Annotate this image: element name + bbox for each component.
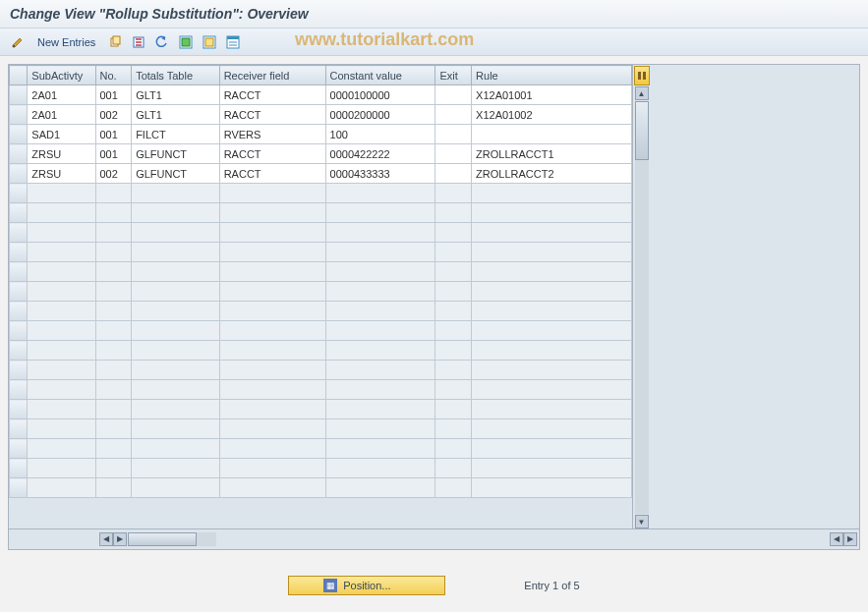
cell-con[interactable]: 0000100000: [325, 85, 435, 105]
cell-exit[interactable]: [435, 85, 472, 105]
table-row-empty[interactable]: [10, 302, 632, 321]
table-row-empty[interactable]: [10, 262, 632, 282]
scroll-down-icon[interactable]: ▼: [635, 515, 649, 529]
cell-no[interactable]: 001: [95, 125, 132, 144]
table-row-empty[interactable]: [10, 203, 632, 223]
cell-tot[interactable]: FILCT: [132, 125, 220, 144]
col-subactivity[interactable]: SubActivty: [28, 66, 95, 85]
scroll-right2-icon[interactable]: ▶: [843, 532, 857, 546]
table-row-empty[interactable]: [10, 361, 632, 380]
col-exit[interactable]: Exit: [435, 66, 472, 85]
row-selector[interactable]: [10, 184, 28, 203]
table-row-empty[interactable]: [10, 223, 632, 243]
cell-exit[interactable]: [435, 125, 472, 144]
cell-con[interactable]: 100: [325, 125, 435, 144]
table-row-empty[interactable]: [10, 321, 632, 341]
undo-button[interactable]: [152, 32, 172, 52]
cell-con[interactable]: 0000433333: [325, 164, 435, 184]
vscroll-track[interactable]: [635, 101, 649, 514]
vscroll-thumb[interactable]: [635, 101, 649, 160]
row-selector[interactable]: [10, 144, 28, 164]
cell-sub[interactable]: ZRSU: [28, 164, 95, 184]
col-rule[interactable]: Rule: [472, 66, 632, 85]
table-row-empty[interactable]: [10, 341, 632, 361]
cell-exit[interactable]: [435, 105, 472, 125]
row-selector[interactable]: [10, 419, 28, 439]
row-selector[interactable]: [10, 302, 28, 321]
table-row-empty[interactable]: [10, 419, 632, 439]
table-row[interactable]: SAD1001FILCTRVERS100: [10, 125, 632, 144]
cell-sub[interactable]: SAD1: [28, 125, 95, 144]
delete-button[interactable]: [129, 32, 148, 52]
row-selector[interactable]: [10, 203, 28, 223]
table-row-empty[interactable]: [10, 184, 632, 203]
table-row-empty[interactable]: [10, 459, 632, 478]
cell-rule[interactable]: ZROLLRACCT1: [472, 144, 632, 164]
config-button[interactable]: [223, 32, 243, 52]
cell-rule[interactable]: [472, 125, 632, 144]
deselect-all-button[interactable]: [200, 32, 219, 52]
cell-rule[interactable]: X12A01002: [472, 105, 632, 125]
cell-rec[interactable]: RACCT: [219, 164, 325, 184]
cell-rec[interactable]: RACCT: [219, 85, 325, 105]
cell-tot[interactable]: GLFUNCT: [132, 144, 220, 164]
select-all-button[interactable]: [176, 32, 196, 52]
scroll-left-icon[interactable]: ◀: [99, 532, 113, 546]
hscroll-track[interactable]: [128, 532, 216, 546]
cell-rec[interactable]: RVERS: [219, 125, 325, 144]
cell-exit[interactable]: [435, 144, 472, 164]
toggle-edit-button[interactable]: [8, 32, 28, 52]
copy-button[interactable]: [105, 32, 125, 52]
col-no[interactable]: No.: [95, 66, 132, 85]
row-selector[interactable]: [10, 282, 28, 302]
cell-sub[interactable]: 2A01: [28, 105, 95, 125]
cell-rec[interactable]: RACCT: [219, 144, 325, 164]
table-row[interactable]: ZRSU002GLFUNCTRACCT0000433333ZROLLRACCT2: [10, 164, 632, 184]
cell-no[interactable]: 001: [95, 85, 132, 105]
row-selector[interactable]: [10, 341, 28, 361]
row-selector[interactable]: [10, 439, 28, 459]
data-grid[interactable]: SubActivty No. Totals Table Receiver fie…: [9, 65, 632, 498]
vertical-scrollbar[interactable]: ▲ ▼: [632, 65, 650, 529]
table-row-empty[interactable]: [10, 439, 632, 459]
scroll-up-icon[interactable]: ▲: [635, 86, 649, 100]
table-row-empty[interactable]: [10, 400, 632, 419]
row-selector[interactable]: [10, 125, 28, 144]
cell-sub[interactable]: ZRSU: [28, 144, 95, 164]
cell-exit[interactable]: [435, 164, 472, 184]
row-selector[interactable]: [10, 321, 28, 341]
col-constant-value[interactable]: Constant value: [325, 66, 435, 85]
scroll-left2-icon[interactable]: ◀: [830, 532, 843, 546]
col-receiver-field[interactable]: Receiver field: [219, 66, 325, 85]
row-selector[interactable]: [10, 223, 28, 243]
cell-rule[interactable]: ZROLLRACCT2: [472, 164, 632, 184]
table-row-empty[interactable]: [10, 243, 632, 262]
position-button[interactable]: ▦ Position...: [288, 576, 445, 595]
table-row[interactable]: 2A01001GLT1RACCT0000100000X12A01001: [10, 85, 632, 105]
row-selector[interactable]: [10, 380, 28, 400]
row-selector[interactable]: [10, 361, 28, 380]
cell-con[interactable]: 0000422222: [325, 144, 435, 164]
row-selector[interactable]: [10, 164, 28, 184]
row-selector[interactable]: [10, 105, 28, 125]
row-selector[interactable]: [10, 459, 28, 478]
table-row[interactable]: ZRSU001GLFUNCTRACCT0000422222ZROLLRACCT1: [10, 144, 632, 164]
row-selector[interactable]: [10, 478, 28, 498]
table-settings-button[interactable]: [634, 66, 650, 85]
cell-tot[interactable]: GLT1: [132, 105, 220, 125]
cell-no[interactable]: 001: [95, 144, 132, 164]
cell-sub[interactable]: 2A01: [28, 85, 95, 105]
cell-rule[interactable]: X12A01001: [472, 85, 632, 105]
row-selector[interactable]: [10, 85, 28, 105]
row-selector[interactable]: [10, 243, 28, 262]
table-row-empty[interactable]: [10, 380, 632, 400]
table-row-empty[interactable]: [10, 478, 632, 498]
table-row-empty[interactable]: [10, 282, 632, 302]
scroll-right-icon[interactable]: ▶: [113, 532, 127, 546]
horizontal-scrollbar[interactable]: ◀ ▶ ◀ ▶: [9, 529, 859, 548]
new-entries-button[interactable]: New Entries: [31, 34, 101, 50]
cell-tot[interactable]: GLT1: [132, 85, 220, 105]
cell-no[interactable]: 002: [95, 164, 132, 184]
hscroll-thumb[interactable]: [128, 532, 197, 546]
cell-rec[interactable]: RACCT: [219, 105, 325, 125]
